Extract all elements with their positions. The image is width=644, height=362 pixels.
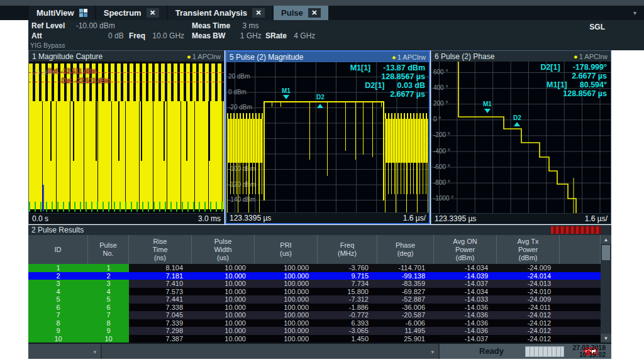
marker-readout-position: 128.8567 µs — [350, 72, 425, 81]
tab-spectrum[interactable]: Spectrum✕ — [96, 6, 167, 20]
table-cell: -0.772 — [318, 311, 377, 319]
table-row[interactable]: 447.57310.000100.00015.800-69.827-14.034… — [28, 288, 601, 296]
table-cell: 1 — [28, 264, 88, 272]
marker-readout-label: D2[1] — [365, 81, 384, 90]
table-cell: 9 — [88, 327, 129, 335]
status-message-area[interactable]: ▾ — [102, 344, 440, 359]
table-cell — [560, 288, 601, 296]
close-icon[interactable]: ✕ — [147, 8, 159, 18]
table-cell: -24.012 — [497, 335, 560, 343]
table-cell: 3 — [28, 280, 88, 288]
marker-d2-icon[interactable] — [317, 104, 323, 108]
column-header[interactable]: Phase (deg) — [377, 235, 434, 264]
att-field[interactable]: Att 0 dB — [31, 31, 124, 40]
table-cell: 2 — [28, 272, 88, 280]
table-cell: 1 — [88, 264, 129, 272]
table-cell — [560, 311, 601, 319]
table-cell: 7.181 — [129, 272, 192, 280]
table-row[interactable]: 887.33910.000100.0006.393-6.006-14.036-2… — [28, 319, 601, 327]
time-label: 10:15:02 — [572, 351, 606, 358]
table-cell: -99.138 — [377, 272, 434, 280]
column-header[interactable]: Avg Tx Power (dBm) — [497, 235, 560, 264]
window5-ytick: -20 dBm — [228, 104, 252, 111]
table-cell — [560, 280, 601, 288]
table-row[interactable]: 997.29810.000100.000-3.06511.495-14.036-… — [28, 327, 601, 335]
table-row[interactable]: 227.18110.000100.0009.715-99.138-14.039-… — [28, 272, 601, 280]
meas-time-field[interactable]: Meas Time 3 ms — [192, 21, 259, 30]
freq-field[interactable]: Freq 10.0 GHz — [129, 31, 184, 40]
marker-d2-icon[interactable] — [514, 122, 520, 126]
table-row[interactable]: 118.10410.000100.000-3.760-114.701-14.03… — [28, 264, 601, 272]
ref-level-field[interactable]: Ref Level -10.00 dBm — [31, 21, 115, 30]
window6-trace-tag: ●1 APClrw — [574, 53, 608, 60]
marker-m1-label: M1 — [282, 87, 291, 94]
srate-field[interactable]: SRate 4 GHz — [265, 31, 315, 40]
table-row[interactable]: 10107.38710.000100.0001.45025.901-14.037… — [28, 335, 601, 343]
table-cell: 7.298 — [129, 327, 192, 335]
marker-readout-label: D2[1] — [540, 63, 560, 72]
trace-dot-icon: ● — [392, 53, 396, 61]
table-cell: -24.014 — [497, 272, 560, 280]
trace-dot-icon: ● — [187, 53, 191, 60]
tab-transient-analysis[interactable]: Transient Analysis✕ — [168, 6, 272, 20]
multiview-grid-icon — [79, 9, 87, 17]
marker-m1-icon[interactable] — [484, 109, 491, 113]
table-cell: 5 — [88, 295, 129, 304]
column-header[interactable]: Pulse No. — [88, 235, 129, 264]
column-header[interactable] — [560, 235, 601, 264]
pulse-results-titlebar[interactable]: 2 Pulse Results — [28, 225, 611, 235]
close-icon[interactable]: ✕ — [252, 8, 265, 18]
window-pulse-magnitude[interactable]: 5 Pulse (2) Magnitude ●1 APClrw 20 dBm0 … — [225, 50, 430, 224]
sgl-indicator: SGL — [589, 23, 605, 31]
table-cell: -3.065 — [318, 327, 377, 335]
table-cell: 25.901 — [377, 335, 434, 343]
table-cell: 11.495 — [377, 327, 434, 335]
window1-titlebar[interactable]: 1 Magnitude Capture ●1 APClrw — [29, 51, 224, 62]
table-cell: 10 — [88, 335, 129, 343]
window6-x-start: 123.3395 µs — [435, 214, 476, 223]
chevron-down-icon: ▾ — [431, 349, 434, 355]
table-row[interactable]: 337.41010.000100.0007.734-83.359-14.037-… — [28, 280, 601, 288]
close-icon[interactable]: ✕ — [308, 8, 321, 18]
column-header[interactable]: Pulse Width (us) — [192, 235, 255, 264]
window-magnitude-capture[interactable]: 1 Magnitude Capture ●1 APClrw Ref. -12.5… — [28, 50, 225, 224]
table-row[interactable]: 557.44110.000100.000-7.312-52.887-14.033… — [28, 295, 601, 304]
status-dropdown-left[interactable]: ▾ — [28, 344, 102, 359]
pulse-results-title: 2 Pulse Results — [31, 226, 84, 234]
column-header[interactable]: ID — [28, 235, 88, 264]
window1-x-start: 0.0 s — [32, 214, 48, 223]
table-cell: -14.036 — [434, 311, 497, 319]
tab-overflow-icon[interactable]: ▾ — [633, 9, 636, 16]
table-cell: 100.000 — [255, 327, 318, 335]
datetime-display: 27.03.2018 10:15:02 — [572, 344, 606, 358]
marker-m1-icon[interactable] — [283, 95, 289, 99]
channel-tab-bar: MultiViewSpectrum✕Transient Analysis✕Pul… — [0, 6, 644, 20]
window6-titlebar[interactable]: 6 Pulse (2) Phase ●1 APClrw — [431, 51, 611, 62]
table-cell: -69.827 — [377, 288, 434, 296]
table-cell: -14.037 — [434, 280, 497, 288]
table-cell — [560, 327, 601, 335]
tab-pulse[interactable]: Pulse✕ — [274, 6, 328, 20]
column-header[interactable]: Rise Time (ns) — [129, 235, 192, 264]
table-cell: 5 — [28, 295, 88, 304]
column-header[interactable]: Avg ON Power (dBm) — [434, 235, 497, 264]
table-cell: -14.034 — [434, 264, 497, 272]
marker-readout-label: M1[1] — [547, 80, 567, 89]
scrollbar-thumb[interactable] — [602, 245, 610, 260]
analyzer-screen: MultiViewSpectrum✕Transient Analysis✕Pul… — [0, 0, 644, 362]
table-cell: 10.000 — [192, 327, 255, 335]
table-row[interactable]: 667.33810.000100.000-1.886-36.006-14.036… — [28, 304, 601, 312]
window5-titlebar[interactable]: 5 Pulse (2) Magnitude ●1 APClrw — [226, 52, 429, 62]
marker-readout-label: M1[1] — [350, 63, 371, 72]
table-cell: 4 — [88, 288, 129, 296]
column-header[interactable]: PRI (us) — [255, 235, 318, 264]
scroll-down-icon[interactable]: ▼ — [601, 334, 611, 343]
tab-multiview[interactable]: MultiView — [29, 6, 95, 20]
table-row[interactable]: 777.04510.000100.000-0.772-20.587-14.036… — [28, 311, 601, 319]
scroll-up-icon[interactable]: ▲ — [601, 235, 611, 244]
column-header[interactable]: Freq (MHz) — [318, 235, 377, 264]
table-cell: 10.000 — [192, 272, 255, 280]
table-scrollbar[interactable]: ▲ ▼ — [601, 235, 611, 343]
meas-bw-field[interactable]: Meas BW 1 GHz — [192, 31, 262, 40]
window-pulse-phase[interactable]: 6 Pulse (2) Phase ●1 APClrw 600 °400 °20… — [431, 50, 611, 224]
